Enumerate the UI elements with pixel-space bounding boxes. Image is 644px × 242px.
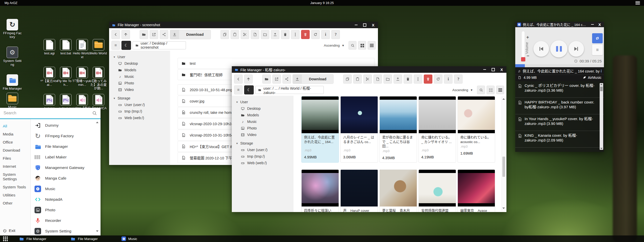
up-button[interactable] bbox=[244, 75, 253, 84]
sidebar-item-desktop[interactable]: Desktop bbox=[109, 60, 170, 67]
file-card[interactable]: 君が夜の海に還るまで _ こんにちは谷田... .mp3 4.35MB bbox=[379, 96, 417, 163]
new-folder-button[interactable] bbox=[383, 75, 392, 84]
path-bar[interactable]: user: / Desktop / screenshot bbox=[133, 41, 186, 49]
progress-bar[interactable] bbox=[515, 64, 604, 67]
sidebar-item-desktop[interactable]: Desktop bbox=[232, 105, 294, 112]
archive-button[interactable] bbox=[281, 30, 289, 39]
search-button[interactable] bbox=[348, 41, 357, 50]
grid-view-button[interactable] bbox=[487, 86, 495, 94]
category-internet[interactable]: Internet bbox=[0, 162, 30, 170]
desktop-shortcut-file-manager[interactable]: File Manager bbox=[3, 74, 22, 91]
menu-button[interactable]: ≡ bbox=[111, 41, 120, 50]
delete-button[interactable] bbox=[424, 75, 432, 84]
desktop-shortcut-ffmpeg-factory[interactable]: ↻ FFmpeg Factory bbox=[3, 19, 22, 39]
grid-view-button[interactable] bbox=[358, 41, 366, 50]
back-button[interactable] bbox=[234, 75, 243, 84]
info-button[interactable]: i bbox=[321, 30, 330, 39]
taskbar-item-music[interactable]: Music bbox=[121, 235, 137, 242]
sidebar-item-tmp-drive[interactable]: tmp (tmp:/) bbox=[232, 153, 294, 160]
app-item-manga-cafe[interactable]: Manga Cafe bbox=[31, 173, 101, 184]
minimize-button[interactable] bbox=[355, 25, 358, 25]
volume-down-icon[interactable]: − bbox=[527, 53, 529, 59]
copy-button[interactable] bbox=[220, 30, 229, 39]
maximize-button[interactable] bbox=[492, 68, 495, 71]
taskbar-item-file-manager-1[interactable]: File Manager bbox=[19, 235, 46, 242]
app-item-file-manager[interactable]: File Manager bbox=[31, 141, 101, 152]
maximize-button[interactable] bbox=[363, 23, 366, 27]
sidebar-item-tmp-drive[interactable]: tmp (tmp:/) bbox=[109, 108, 170, 115]
sidebar-item-photo[interactable]: Photo bbox=[109, 80, 170, 86]
desktop-folder[interactable]: Hello World bbox=[89, 39, 108, 55]
app-item-photo[interactable]: Photo bbox=[31, 205, 101, 215]
search-icon[interactable] bbox=[92, 111, 97, 116]
help-button[interactable]: ? bbox=[454, 75, 463, 84]
up-button[interactable] bbox=[121, 30, 130, 39]
category-system-settings[interactable]: System Settings bbox=[0, 170, 30, 183]
file-card[interactable]: 四季折々に揺蕩い bbox=[301, 169, 339, 212]
scroll-down-icon[interactable] bbox=[600, 148, 603, 149]
repeat-button[interactable] bbox=[592, 33, 603, 43]
open-external-button[interactable] bbox=[150, 30, 158, 39]
file-card[interactable]: 夢と葉桜 _ 青木月 bbox=[379, 169, 417, 212]
dark-mode-toggle[interactable]: ☾ bbox=[244, 85, 254, 94]
playlist-item[interactable]: Cynic _ ポリスピカデリー cover. by 柘榴-zakuro-.mp… bbox=[515, 81, 604, 98]
sidebar-item-photo[interactable]: Photo bbox=[232, 125, 294, 131]
taskbar-item-file-manager-2[interactable]: File Manager bbox=[70, 235, 98, 242]
paste-button[interactable] bbox=[231, 30, 239, 39]
file-card[interactable]: 命に嫌われている。 _ カンザキイオリ ... .mp3 4.19MB bbox=[418, 96, 456, 163]
download-button[interactable]: Download bbox=[293, 74, 334, 84]
menu-icon[interactable] bbox=[635, 1, 640, 5]
app-item-ffmpeg-factory[interactable]: ↻ FFmpeg Factory bbox=[31, 131, 101, 141]
volume-slider[interactable] bbox=[522, 31, 525, 58]
open-button[interactable] bbox=[262, 75, 271, 84]
app-item-notepada[interactable]: NotepadA bbox=[31, 194, 101, 205]
rename-button[interactable] bbox=[414, 75, 422, 84]
help-button[interactable]: ? bbox=[331, 30, 340, 39]
scrollbar-thumb[interactable] bbox=[502, 157, 505, 177]
sidebar-section-user[interactable]: ▾User bbox=[232, 99, 294, 105]
open-external-button[interactable] bbox=[272, 75, 281, 84]
list-view-button[interactable] bbox=[496, 86, 504, 94]
sidebar-item-music[interactable]: ♪Music bbox=[232, 118, 294, 125]
sidebar-item-models[interactable]: Models bbox=[232, 112, 294, 118]
scroll-up-icon[interactable] bbox=[600, 84, 603, 85]
search-button[interactable] bbox=[477, 86, 485, 94]
upload-button[interactable] bbox=[394, 75, 402, 84]
exit-button[interactable]: Exit bbox=[3, 228, 15, 233]
category-download[interactable]: Download bbox=[0, 146, 30, 154]
airmusic-badge[interactable]: AirMusic bbox=[583, 76, 601, 80]
refresh-button[interactable] bbox=[311, 30, 320, 39]
sidebar-item-models[interactable]: Models bbox=[109, 67, 170, 73]
app-item-management-gateway[interactable]: Management Gateway bbox=[31, 162, 101, 173]
category-utilities[interactable]: Utilities bbox=[0, 191, 30, 199]
cut-button[interactable] bbox=[363, 75, 372, 84]
app-item-system-setting[interactable]: ⚙ System Setting bbox=[31, 226, 101, 235]
info-button[interactable]: i bbox=[444, 75, 453, 84]
sidebar-section-storage[interactable]: ▾Storage bbox=[109, 95, 170, 101]
sidebar-item-video[interactable]: Video bbox=[232, 131, 294, 138]
open-button[interactable] bbox=[140, 30, 148, 39]
sidebar-item-user-drive[interactable]: User (user:/) bbox=[109, 101, 170, 108]
category-office[interactable]: Office bbox=[0, 138, 30, 146]
sort-dropdown[interactable]: Ascending ▾ bbox=[324, 43, 344, 47]
category-system-tools[interactable]: System Tools bbox=[0, 183, 30, 191]
paste-button[interactable] bbox=[353, 75, 362, 84]
playlist-menu-button[interactable]: ≡ bbox=[592, 45, 603, 55]
category-media[interactable]: Media bbox=[0, 130, 30, 138]
app-item-dummy[interactable]: Dummy bbox=[31, 120, 101, 131]
desktop-shortcut-music[interactable]: Music bbox=[3, 93, 22, 109]
copy-button[interactable] bbox=[343, 75, 352, 84]
previous-track-button[interactable] bbox=[533, 41, 549, 57]
path-bar[interactable]: user: / ... / Hello World / 柘榴-zakuro- bbox=[255, 86, 324, 94]
app-grid-icon[interactable] bbox=[3, 236, 8, 241]
sidebar-item-music[interactable]: ♪Music bbox=[109, 73, 170, 80]
scrollbar-thumb[interactable] bbox=[600, 87, 603, 91]
refresh-button[interactable] bbox=[434, 75, 442, 84]
sidebar-section-storage[interactable]: ▾Storage bbox=[232, 140, 294, 147]
file-card-selected[interactable]: 例えば、今此処に置かれた花に _ 164... .mp3 4.99MB bbox=[301, 96, 339, 163]
close-button[interactable]: X bbox=[500, 68, 503, 72]
category-other[interactable]: Other bbox=[0, 199, 30, 207]
desktop-shortcut-system-setting[interactable]: ⚙ System Setting bbox=[3, 47, 22, 66]
minimize-button[interactable] bbox=[483, 69, 486, 70]
delete-button[interactable] bbox=[301, 30, 310, 39]
